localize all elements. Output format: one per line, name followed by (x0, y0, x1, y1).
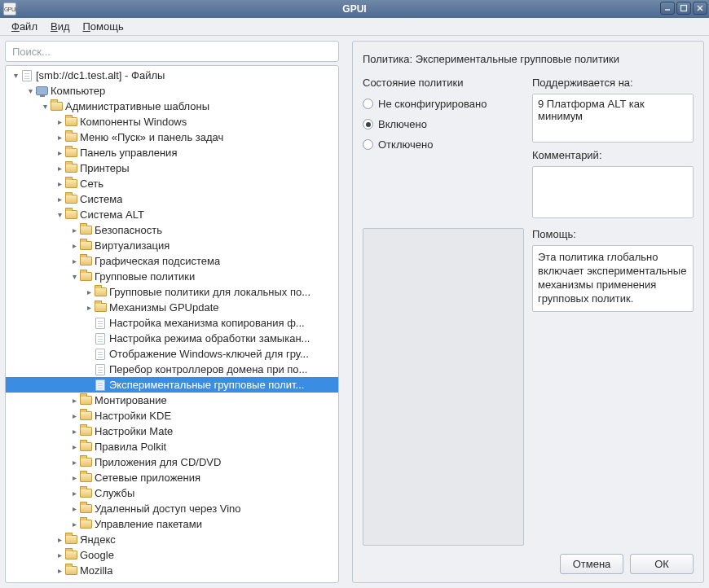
expand-icon[interactable]: ▸ (55, 551, 64, 559)
tree-row[interactable]: ▾Система ALT (6, 207, 338, 222)
expand-icon[interactable]: ▾ (11, 72, 20, 80)
comment-label: Комментарий: (532, 149, 694, 161)
computer-icon (35, 85, 48, 98)
expand-icon[interactable]: ▾ (69, 273, 79, 281)
tree-row[interactable]: ▸Меню «Пуск» и панель задач (6, 129, 338, 145)
tree-row[interactable]: ▸Принтеры (6, 160, 338, 176)
expand-icon[interactable]: ▸ (69, 428, 79, 436)
tree-row[interactable]: ▸Механизмы GPUpdate (6, 300, 338, 315)
menu-file[interactable]: Файл (5, 19, 44, 34)
expand-icon[interactable]: ▸ (55, 118, 64, 126)
minimize-button[interactable] (660, 2, 675, 15)
tree-row[interactable]: ▸Групповые политики для локальных по... (6, 284, 338, 300)
tree-row[interactable]: Настройка механизма копирования ф... (6, 315, 338, 331)
radio-icon (363, 139, 373, 150)
folder-icon (79, 270, 92, 283)
tree-row[interactable]: ▸Приложения для CD/DVD (6, 454, 338, 470)
ok-button[interactable]: ОК (630, 554, 694, 574)
tree-row[interactable]: ▸Настройки Mate (6, 423, 338, 439)
expand-icon[interactable]: ▸ (84, 304, 94, 312)
expand-icon[interactable]: ▸ (55, 165, 64, 173)
expand-icon[interactable]: ▸ (84, 288, 94, 296)
help-text: Эта политика глобально включает эксперим… (532, 245, 694, 312)
tree-row[interactable]: ▸Панель управления (6, 145, 338, 160)
expand-icon[interactable]: ▸ (69, 412, 79, 420)
tree-row[interactable]: ▸Яндекс (6, 532, 338, 547)
expand-icon[interactable]: ▸ (55, 180, 64, 188)
search-input[interactable]: Поиск... (5, 41, 339, 62)
radio-label: Не сконфигурировано (378, 98, 487, 110)
tree-label: Настройки Mate (95, 425, 173, 437)
expand-icon[interactable]: ▾ (40, 103, 50, 111)
folder-icon (79, 255, 92, 268)
folder-icon (64, 116, 77, 129)
expand-icon[interactable]: ▸ (69, 520, 79, 529)
document-icon (20, 69, 33, 82)
radio-not-configured[interactable]: Не сконфигурировано (363, 98, 524, 110)
tree-row[interactable]: ▸Правила Polkit (6, 439, 338, 454)
expand-icon[interactable]: ▸ (69, 505, 79, 513)
details-pane: Политика: Экспериментальные групповые по… (352, 41, 704, 583)
close-button[interactable] (693, 2, 707, 15)
tree-row[interactable]: Перебор контроллеров домена при по... (6, 362, 338, 377)
expand-icon[interactable]: ▸ (55, 567, 64, 575)
tree-row[interactable]: ▸Безопасность (6, 222, 338, 238)
expand-icon[interactable]: ▸ (69, 474, 79, 482)
tree-row[interactable]: Отображение Windows-ключей для гру... (6, 346, 338, 362)
radio-enabled[interactable]: Включено (363, 118, 524, 130)
tree-row[interactable]: ▸Графическая подсистема (6, 253, 338, 269)
tree-row[interactable]: ▸Mozilla (6, 563, 338, 578)
radio-label: Отключено (378, 138, 433, 151)
titlebar: GP UI GPUI (0, 0, 709, 18)
tree-row[interactable]: Экспериментальные групповые полит... (6, 377, 338, 393)
expand-icon[interactable]: ▸ (69, 397, 79, 405)
cancel-button[interactable]: Отмена (560, 554, 623, 574)
tree-row[interactable]: ▸Виртуализация (6, 238, 338, 253)
tree-row[interactable]: ▸Настройки KDE (6, 408, 338, 423)
splitter[interactable] (344, 41, 347, 583)
comment-input[interactable] (532, 166, 694, 218)
folder-icon (79, 502, 92, 516)
expand-icon[interactable]: ▸ (69, 257, 79, 265)
tree-row[interactable]: ▸Управление пакетами (6, 516, 338, 532)
folder-icon (64, 208, 77, 222)
tree-label: Службы (95, 487, 134, 499)
document-icon (94, 379, 107, 392)
tree-label: Правила Polkit (95, 441, 166, 453)
radio-label: Включено (378, 118, 427, 130)
tree-label: Сеть (80, 178, 103, 190)
tree-row[interactable]: ▸Google (6, 547, 338, 563)
tree-row[interactable]: ▸Компоненты Windows (6, 114, 338, 129)
help-label: Помощь: (532, 228, 694, 240)
expand-icon[interactable]: ▸ (69, 242, 79, 250)
tree-label: Экспериментальные групповые полит... (109, 379, 304, 391)
tree-row[interactable]: ▾Административные шаблоны (6, 99, 338, 114)
expand-icon[interactable]: ▾ (25, 87, 35, 95)
tree-view[interactable]: ▾[smb://dc1.test.alt] - Файлы▾Компьютер▾… (5, 65, 339, 583)
tree-row[interactable]: ▸Система (6, 191, 338, 207)
expand-icon[interactable]: ▸ (55, 134, 64, 142)
expand-icon[interactable]: ▸ (55, 195, 64, 204)
expand-icon[interactable]: ▸ (55, 536, 64, 544)
tree-row[interactable]: ▾Групповые политики (6, 269, 338, 284)
tree-row[interactable]: ▾[smb://dc1.test.alt] - Файлы (6, 68, 338, 83)
expand-icon[interactable]: ▸ (69, 489, 79, 498)
tree-row[interactable]: ▸Монтирование (6, 393, 338, 408)
tree-row[interactable]: ▸Службы (6, 485, 338, 501)
radio-disabled[interactable]: Отключено (363, 138, 524, 151)
expand-icon[interactable]: ▸ (69, 459, 79, 467)
expand-icon[interactable]: ▾ (55, 211, 64, 219)
document-icon (94, 348, 107, 361)
menu-help[interactable]: Помощь (77, 19, 130, 34)
menu-view[interactable]: Вид (44, 19, 77, 34)
tree-row[interactable]: ▸Сеть (6, 176, 338, 191)
tree-row[interactable]: ▸Удаленный доступ через Vino (6, 501, 338, 516)
tree-row[interactable]: ▾Компьютер (6, 83, 338, 99)
expand-icon[interactable]: ▸ (55, 149, 64, 157)
tree-row[interactable]: Настройка режима обработки замыкан... (6, 331, 338, 346)
expand-icon[interactable]: ▸ (69, 226, 79, 235)
tree-row[interactable]: ▸Сетевые приложения (6, 470, 338, 485)
maximize-button[interactable] (676, 2, 691, 15)
folder-icon (79, 441, 92, 454)
expand-icon[interactable]: ▸ (69, 443, 79, 451)
